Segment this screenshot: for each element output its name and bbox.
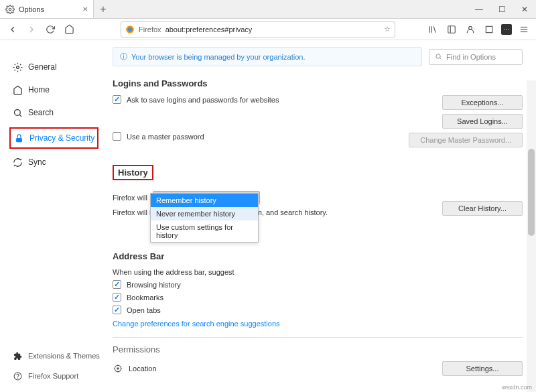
find-placeholder: Find in Options bbox=[446, 53, 496, 61]
back-button[interactable] bbox=[5, 22, 20, 37]
addressbar-section-title: Address Bar bbox=[113, 251, 523, 261]
preferences-sidebar: General Home Search Privacy & Security S… bbox=[0, 40, 107, 392]
svg-point-16 bbox=[436, 54, 440, 58]
search-icon bbox=[12, 107, 23, 118]
svg-point-11 bbox=[14, 109, 20, 115]
home-icon bbox=[12, 84, 23, 95]
label-master-password: Use a master password bbox=[127, 133, 204, 141]
window-controls: — ☐ ✕ bbox=[468, 0, 536, 18]
label-open-tabs: Open tabs bbox=[127, 306, 161, 314]
library-icon[interactable] bbox=[426, 23, 440, 36]
svg-point-15 bbox=[17, 377, 18, 378]
sidebar-icon[interactable] bbox=[445, 23, 458, 36]
firefox-icon bbox=[125, 25, 135, 34]
org-message-text: Your browser is being managed by your or… bbox=[131, 53, 305, 61]
home-button[interactable] bbox=[62, 22, 76, 37]
dropdown-option-never[interactable]: Never remember history bbox=[151, 207, 258, 220]
sidebar-label: General bbox=[28, 62, 57, 72]
highlight-sidebar-privacy: Privacy & Security bbox=[9, 127, 98, 149]
sync-icon bbox=[12, 157, 23, 168]
location-settings-button[interactable]: Settings... bbox=[442, 361, 523, 376]
sidebar-label: Privacy & Security bbox=[29, 133, 94, 143]
label-location: Location bbox=[129, 365, 157, 373]
window-titlebar: Options × + — ☐ ✕ bbox=[0, 0, 536, 19]
svg-rect-13 bbox=[16, 137, 22, 141]
svg-line-12 bbox=[19, 115, 21, 117]
sidebar-item-support[interactable]: Firefox Support bbox=[9, 367, 103, 385]
lock-icon bbox=[13, 133, 24, 143]
label-ask-save-logins: Ask to save logins and passwords for web… bbox=[127, 96, 279, 104]
svg-point-19 bbox=[117, 368, 119, 369]
url-bar[interactable]: Firefox about:preferences#privacy ☆ bbox=[121, 21, 395, 38]
tab-close-icon[interactable]: × bbox=[82, 4, 88, 14]
gear-icon bbox=[12, 62, 23, 72]
browser-tab[interactable]: Options × bbox=[0, 0, 94, 18]
checkbox-master-password[interactable] bbox=[113, 132, 121, 141]
save-page-icon[interactable] bbox=[482, 23, 496, 36]
svg-line-17 bbox=[440, 58, 442, 60]
dropdown-option-remember[interactable]: Remember history bbox=[151, 194, 258, 207]
search-engine-prefs-link[interactable]: Change preferences for search engine sug… bbox=[113, 320, 523, 328]
clear-history-button[interactable]: Clear History... bbox=[442, 201, 523, 216]
info-icon: ⓘ bbox=[120, 52, 127, 62]
url-address: about:preferences#privacy bbox=[165, 25, 380, 34]
sidebar-label: Home bbox=[28, 85, 50, 94]
svg-point-0 bbox=[9, 8, 11, 11]
history-section-title: History bbox=[118, 168, 148, 178]
org-managed-banner[interactable]: ⓘ Your browser is being managed by your … bbox=[113, 47, 422, 66]
extension-icon[interactable]: ⋯ bbox=[501, 24, 512, 35]
search-icon bbox=[435, 53, 442, 60]
sidebar-item-search[interactable]: Search bbox=[9, 103, 100, 122]
vertical-scrollbar[interactable] bbox=[527, 80, 536, 392]
highlight-history-title: History bbox=[113, 165, 153, 180]
sidebar-item-sync[interactable]: Sync bbox=[9, 153, 100, 172]
reload-button[interactable] bbox=[43, 22, 58, 37]
puzzle-icon bbox=[12, 350, 23, 361]
change-master-password-button: Change Master Password... bbox=[409, 133, 523, 147]
label-bookmarks: Bookmarks bbox=[127, 293, 163, 302]
account-icon[interactable] bbox=[464, 23, 477, 36]
tab-title: Options bbox=[19, 5, 78, 13]
menu-icon[interactable] bbox=[517, 23, 531, 36]
bookmark-star-icon[interactable]: ☆ bbox=[384, 25, 391, 34]
sidebar-label: Firefox Support bbox=[28, 372, 78, 380]
preferences-content: ⓘ Your browser is being managed by your … bbox=[107, 40, 536, 392]
sidebar-label: Extensions & Themes bbox=[28, 352, 100, 360]
section-divider bbox=[113, 337, 523, 338]
watermark: wsxdn.com bbox=[502, 384, 532, 391]
history-desc-tail: m, and search history. bbox=[256, 208, 328, 216]
minimize-button[interactable]: — bbox=[468, 0, 490, 18]
sidebar-item-extensions[interactable]: Extensions & Themes bbox=[9, 346, 103, 365]
label-browsing-history: Browsing history bbox=[127, 281, 181, 289]
browser-toolbar: Firefox about:preferences#privacy ☆ ⋯ bbox=[0, 19, 536, 40]
location-icon bbox=[113, 363, 123, 374]
addressbar-suggest-label: When using the address bar, suggest bbox=[113, 268, 523, 276]
sidebar-item-general[interactable]: General bbox=[9, 58, 100, 76]
svg-point-5 bbox=[469, 26, 472, 29]
scrollbar-thumb[interactable] bbox=[528, 149, 535, 236]
forward-button[interactable] bbox=[24, 22, 39, 37]
exceptions-button[interactable]: Exceptions... bbox=[442, 95, 523, 110]
new-tab-button[interactable]: + bbox=[94, 0, 113, 18]
gear-icon bbox=[5, 5, 15, 14]
checkbox-browsing-history[interactable] bbox=[113, 280, 121, 289]
sidebar-label: Search bbox=[28, 108, 54, 117]
dropdown-option-custom[interactable]: Use custom settings for history bbox=[151, 220, 258, 242]
svg-point-2 bbox=[128, 27, 133, 31]
checkbox-open-tabs[interactable] bbox=[113, 306, 121, 314]
close-window-button[interactable]: ✕ bbox=[513, 0, 536, 18]
history-desc-prefix: Firefox will r bbox=[113, 208, 152, 216]
svg-rect-3 bbox=[448, 25, 456, 33]
svg-point-10 bbox=[16, 66, 19, 68]
saved-logins-button[interactable]: Saved Logins... bbox=[442, 114, 523, 129]
checkbox-ask-save-logins[interactable] bbox=[113, 95, 121, 104]
maximize-button[interactable]: ☐ bbox=[490, 0, 513, 18]
url-prefix: Firefox bbox=[139, 25, 161, 34]
find-in-options-input[interactable]: Find in Options bbox=[429, 49, 523, 65]
svg-rect-6 bbox=[486, 26, 492, 32]
history-mode-dropdown: Remember history Never remember history … bbox=[150, 193, 259, 243]
sidebar-item-privacy[interactable]: Privacy & Security bbox=[11, 129, 97, 147]
checkbox-bookmarks[interactable] bbox=[113, 293, 121, 302]
help-icon bbox=[12, 371, 23, 381]
sidebar-item-home[interactable]: Home bbox=[9, 80, 100, 99]
